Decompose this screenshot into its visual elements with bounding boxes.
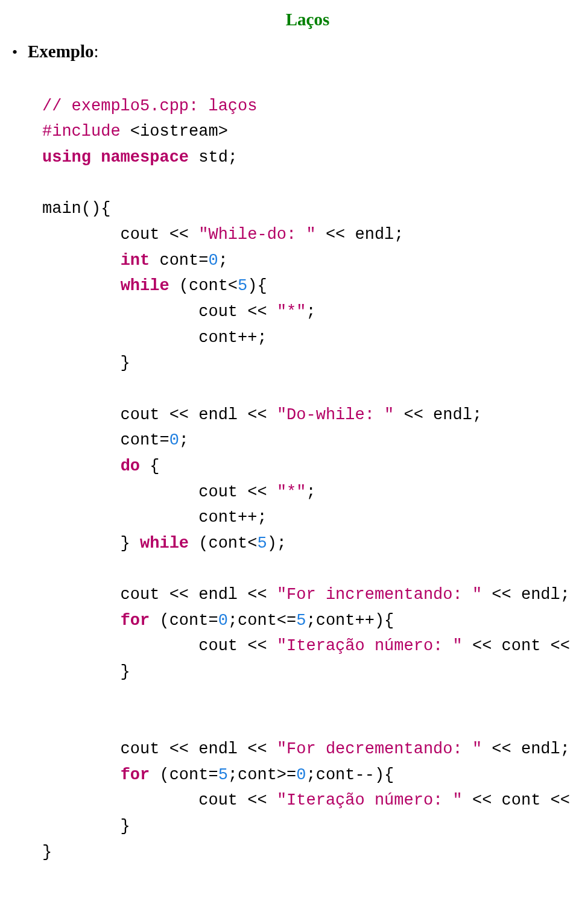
code-keyword: while [121, 277, 169, 295]
code-string: "*" [277, 303, 306, 321]
code-line: cout << endl << [42, 406, 277, 424]
code-number: 0 [218, 612, 228, 630]
code-line: cont= [42, 431, 169, 449]
code-string: "For decrementando: " [277, 740, 482, 758]
code-line: (cont= [150, 766, 218, 784]
code-type: int [121, 252, 150, 270]
code-line: } [42, 534, 140, 552]
code-string: "*" [277, 483, 306, 501]
code-number: 5 [238, 277, 247, 295]
code-blank [42, 714, 52, 732]
code-include-value: <iostream> [121, 122, 228, 141]
code-line: (cont= [150, 612, 218, 630]
code-comment: // exemplo5.cpp: laços [42, 97, 257, 115]
code-number: 5 [296, 612, 306, 630]
code-line: cont++; [42, 329, 267, 347]
code-number: 0 [296, 766, 306, 784]
code-line: << cont << endl; [463, 791, 579, 809]
example-heading: • Exemplo: [12, 42, 567, 62]
code-line: ){ [247, 277, 267, 295]
code-line: << endl; [394, 406, 482, 424]
code-line: cout << [42, 791, 277, 809]
code-line: << endl; [482, 740, 570, 758]
code-line: cont++; [42, 508, 267, 527]
code-end: } [42, 843, 52, 861]
code-std: std; [189, 148, 238, 166]
code-line: ;cont>= [228, 766, 296, 784]
bullet-icon: • [12, 43, 18, 62]
code-keyword: for [121, 612, 150, 630]
code-line: cout << [42, 303, 277, 321]
code-line [42, 766, 121, 784]
code-line [42, 612, 121, 630]
code-line: ;cont--){ [306, 766, 394, 784]
code-string: "While-do: " [198, 226, 315, 244]
code-line: (cont< [189, 534, 257, 552]
code-number: 5 [218, 766, 228, 784]
code-line: ; [306, 483, 315, 501]
code-keyword: do [121, 457, 140, 475]
code-blank [42, 689, 52, 707]
code-string: "Iteração número: " [277, 637, 463, 655]
code-line: ); [267, 534, 286, 552]
code-line: ; [218, 252, 228, 270]
code-block: // exemplo5.cpp: laços #include <iostrea… [42, 68, 567, 865]
code-string: "For incrementando: " [277, 586, 482, 604]
code-line: } [42, 354, 130, 372]
code-line: } [42, 663, 130, 681]
code-blank [42, 174, 52, 192]
code-line: ; [306, 303, 315, 321]
code-line: << endl; [482, 586, 570, 604]
code-line: << endl; [316, 226, 404, 244]
page-title: Laços [48, 10, 567, 30]
code-string: "Do-while: " [277, 406, 394, 424]
code-line: cout << [42, 483, 277, 501]
code-line [42, 252, 121, 270]
code-line: << cont << endl; [463, 637, 579, 655]
code-line: cout << endl << [42, 586, 277, 604]
code-string: "Iteração número: " [277, 791, 463, 809]
code-line [42, 277, 121, 295]
code-blank [42, 560, 52, 578]
code-line [42, 457, 121, 475]
code-line: cout << endl << [42, 740, 277, 758]
code-using: using namespace [42, 148, 189, 166]
code-number: 0 [169, 431, 179, 449]
code-main: main(){ [42, 200, 110, 218]
code-blank [42, 380, 52, 398]
code-line: cout << [42, 226, 198, 244]
code-include-keyword: #include [42, 122, 121, 141]
code-line: cont= [150, 252, 208, 270]
example-colon: : [94, 42, 99, 61]
code-number: 5 [257, 534, 267, 552]
example-label: Exemplo [28, 42, 94, 61]
code-line: cout << [42, 637, 277, 655]
code-line: (cont< [169, 277, 238, 295]
code-line: ;cont<= [228, 612, 296, 630]
code-keyword: for [121, 766, 150, 784]
code-line: ;cont++){ [306, 612, 394, 630]
code-keyword: while [140, 534, 189, 552]
code-number: 0 [208, 252, 218, 270]
code-line: ; [179, 431, 189, 449]
code-line: } [42, 817, 130, 835]
code-line: { [140, 457, 159, 475]
